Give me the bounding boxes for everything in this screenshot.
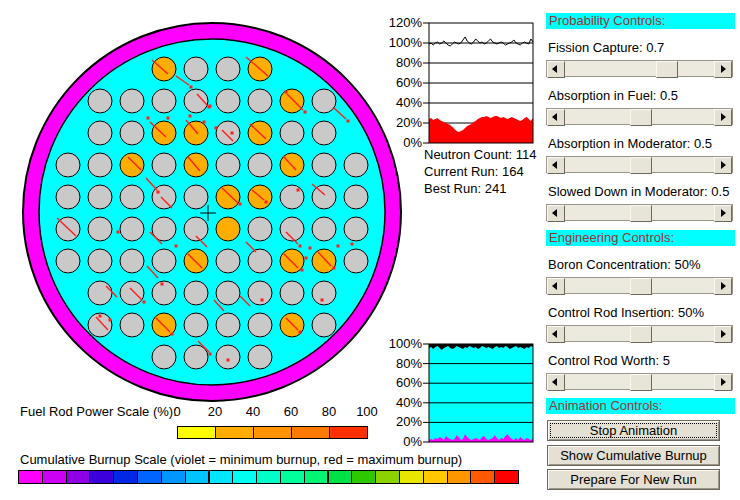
fuel-rod <box>248 153 272 177</box>
neutron-count-readout: Neutron Count: 114 <box>424 147 537 162</box>
absorption-in-fuel-label: Absorption in Fuel: 0.5 <box>548 88 678 103</box>
slider-thumb[interactable] <box>630 278 652 295</box>
slider-right-arrow-button[interactable] <box>714 374 732 391</box>
arrow-left-icon <box>552 161 557 169</box>
show-cumulative-burnup-button[interactable]: Show Cumulative Burnup <box>547 445 720 466</box>
slider-right-arrow-button[interactable] <box>714 109 732 126</box>
fuel-rod <box>152 345 176 369</box>
fuel-rod <box>344 185 368 209</box>
power-scale-tick: 100 <box>352 404 382 419</box>
slider-thumb[interactable] <box>630 374 652 391</box>
slider-left-arrow-button[interactable] <box>547 61 565 78</box>
current-run-readout: Current Run: 164 <box>424 164 524 179</box>
absorption-in-fuel-slider[interactable] <box>546 108 733 125</box>
neutron-dot <box>171 333 174 336</box>
thermal-neutron-area-series <box>429 344 533 442</box>
power-scale-segment <box>177 426 216 439</box>
arrow-right-icon <box>721 65 726 73</box>
fuel-rod <box>88 217 112 241</box>
neutron-dot <box>285 91 288 94</box>
burnup-scale-segment <box>18 470 43 484</box>
fuel-rod <box>184 153 208 177</box>
slider-thumb[interactable] <box>630 157 652 174</box>
fuel-rod <box>312 121 336 145</box>
absorption-in-moderator-label: Absorption in Moderator: 0.5 <box>548 136 712 151</box>
power-scale-tick: 60 <box>276 404 306 419</box>
neutron-dot <box>297 189 300 192</box>
slider-right-arrow-button[interactable] <box>714 61 732 78</box>
section-header-animation-controls: Animation Controls: <box>546 398 735 414</box>
burnup-scale-segment <box>328 470 353 484</box>
slider-left-arrow-button[interactable] <box>547 374 565 391</box>
fuel-rod <box>280 121 304 145</box>
best-run-readout: Best Run: 241 <box>424 181 506 196</box>
neutron-dot <box>161 283 164 286</box>
neutron-dot <box>203 121 206 124</box>
fuel-rod <box>120 217 144 241</box>
neutron-dot <box>147 117 150 120</box>
fission-capture-slider[interactable] <box>546 60 733 77</box>
slider-thumb[interactable] <box>630 326 652 343</box>
burnup-scale-segment <box>304 470 329 484</box>
power-scale-segment <box>329 426 368 439</box>
slowed-down-in-moderator-slider[interactable] <box>546 204 733 221</box>
fuel-rod <box>248 89 272 113</box>
slider-right-arrow-button[interactable] <box>714 278 732 295</box>
neutron-dot <box>337 245 340 248</box>
y-tick-label: 20% <box>382 115 422 130</box>
fuel-rod <box>120 153 144 177</box>
fuel-rod <box>88 153 112 177</box>
fuel-rod <box>88 185 112 209</box>
neutron-dot <box>209 105 212 108</box>
burnup-scale-segment <box>89 470 114 484</box>
slider-right-arrow-button[interactable] <box>714 205 732 222</box>
fuel-rod <box>312 249 336 273</box>
burnup-scale-segment <box>42 470 67 484</box>
slider-left-arrow-button[interactable] <box>547 205 565 222</box>
fuel-rod <box>216 121 240 145</box>
y-tick-label: 60% <box>382 75 422 90</box>
fuel-rod <box>344 153 368 177</box>
control-rod-insertion-label: Control Rod Insertion: 50% <box>548 305 704 320</box>
slider-left-arrow-button[interactable] <box>547 278 565 295</box>
neutron-dot <box>351 243 354 246</box>
fuel-rod <box>120 281 144 305</box>
burnup-scale-label: Cumulative Burnup Scale (violet = minimu… <box>20 452 462 467</box>
neutron-dot <box>347 120 350 123</box>
slider-thumb[interactable] <box>630 109 652 126</box>
y-tick-label: 40% <box>382 95 422 110</box>
fuel-rod <box>120 121 144 145</box>
slider-thumb[interactable] <box>630 205 652 222</box>
neutron-dot <box>231 132 234 135</box>
fuel-rod <box>88 121 112 145</box>
slider-thumb[interactable] <box>656 61 678 78</box>
slider-left-arrow-button[interactable] <box>547 326 565 343</box>
absorption-in-moderator-slider[interactable] <box>546 156 733 173</box>
arrow-right-icon <box>721 113 726 121</box>
neutron-flux-chart <box>420 22 535 145</box>
slider-left-arrow-button[interactable] <box>547 157 565 174</box>
slider-right-arrow-button[interactable] <box>714 326 732 343</box>
burnup-scale-segment <box>161 470 186 484</box>
neutron-dot <box>321 299 324 302</box>
boron-concentration-slider[interactable] <box>546 277 733 294</box>
control-rod-insertion-slider[interactable] <box>546 325 733 342</box>
control-rod-worth-label: Control Rod Worth: 5 <box>548 353 670 368</box>
arrow-right-icon <box>721 161 726 169</box>
y-tick-label: 100% <box>382 336 422 351</box>
power-scale-segment <box>291 426 330 439</box>
burnup-scale-segment <box>375 470 400 484</box>
fuel-rod <box>184 217 208 241</box>
neutron-dot <box>227 359 230 362</box>
prepare-for-new-run-button[interactable]: Prepare For New Run <box>547 469 720 490</box>
fuel-rod <box>312 185 336 209</box>
slider-right-arrow-button[interactable] <box>714 157 732 174</box>
burnup-scale-segment <box>494 470 519 484</box>
fuel-rod <box>184 89 208 113</box>
fuel-rod <box>248 249 272 273</box>
slider-left-arrow-button[interactable] <box>547 109 565 126</box>
control-rod-worth-slider[interactable] <box>546 373 733 390</box>
neutron-dot <box>175 245 178 248</box>
fuel-rod <box>312 281 336 305</box>
stop-animation-button[interactable]: Stop Animation <box>547 420 720 441</box>
